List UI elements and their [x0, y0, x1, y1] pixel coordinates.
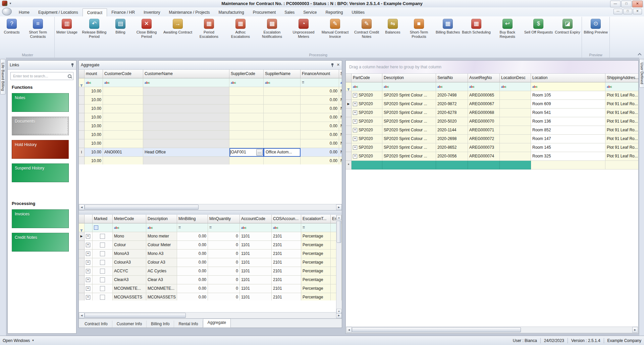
grid-cell[interactable]: 10.00 [85, 122, 103, 131]
column-header-location[interactable]: Location [531, 74, 605, 82]
search-icon[interactable] [68, 74, 71, 78]
scrollbar-thumb[interactable] [85, 205, 199, 210]
table-row[interactable]: +SP2020SP2020 Sprint Colour ...2020-2698… [346, 135, 638, 143]
grid-cell[interactable] [229, 105, 264, 113]
scroll-right-icon[interactable]: ▶ [632, 327, 638, 333]
column-header-mount[interactable]: mount [85, 70, 103, 78]
grid-cell[interactable]: 10.00 [85, 96, 103, 105]
expand-icon[interactable]: + [353, 111, 357, 115]
expand-icon[interactable]: + [86, 243, 90, 247]
filter-cell-locationdesc[interactable]: abc [500, 82, 531, 91]
sidebar-button-credit-notes[interactable]: Credit Notes [12, 233, 69, 252]
table-row[interactable]: 10.000.00N [79, 113, 342, 122]
grid-cell[interactable] [500, 152, 531, 161]
grid-cell[interactable]: AREG000067 [468, 100, 500, 109]
grid-cell[interactable] [382, 161, 436, 169]
table-row[interactable]: I10.00ANO0001Head OfficeOAF001…Office Au… [79, 148, 342, 157]
filter-cell-customercode[interactable]: abc [103, 78, 143, 87]
ribbon-button-balances[interactable]: ⇋Balances [382, 17, 403, 35]
grid-cell[interactable]: N [339, 148, 342, 157]
table-row[interactable]: +ClearA3Clear A30.00011012101Percentage [79, 276, 342, 284]
grid-cell[interactable]: 0.00 [177, 293, 208, 300]
grid-cell[interactable]: 2020-8652 [436, 143, 468, 152]
grid-cell[interactable]: ANO0001 [103, 148, 143, 157]
grid-cell[interactable]: +SP2020 [352, 91, 382, 100]
grid-cell[interactable]: N [339, 105, 342, 113]
table-row[interactable]: +MCONASSETSMCONASSETS0.00011012101Percen… [79, 293, 342, 300]
table-row[interactable]: ▶+SP2020SP2020 Sprint Colour ...2020-987… [346, 100, 638, 109]
tab-sales[interactable]: Sales [280, 8, 299, 16]
grid-cell[interactable]: 0 [208, 232, 240, 241]
table-row[interactable]: +ACCYCAC Cycles0.00011012101Percentage [79, 267, 342, 276]
grid-cell[interactable] [500, 126, 531, 135]
grid-cell[interactable]: N [339, 157, 342, 164]
table-row[interactable]: 10.000.00N [79, 122, 342, 131]
grid-cell[interactable]: Room 852 [531, 126, 605, 135]
grid-cell[interactable]: +SP2020 [352, 117, 382, 126]
grid-cell[interactable] [264, 105, 301, 113]
table-row[interactable]: +MCONMETE...MCONMETE...0.00011012101Perc… [79, 284, 342, 293]
expand-icon[interactable]: + [86, 252, 90, 256]
tab-finance-hr[interactable]: Finance / HR [107, 8, 139, 16]
grid-cell[interactable]: 10.00 [85, 105, 103, 113]
scroll-right-icon[interactable]: ▶ [336, 204, 342, 210]
column-header-description[interactable]: Description [382, 74, 436, 82]
grid-cell[interactable] [352, 161, 382, 169]
grid-cell[interactable] [143, 131, 229, 139]
grid-cell[interactable]: 0.00 [301, 87, 339, 96]
lookup-ellipsis-button[interactable]: … [256, 149, 263, 156]
table-row[interactable]: ▶+MonoMono meter0.00011012101Percentage [79, 232, 342, 241]
column-header-partcode[interactable]: PartCode [352, 74, 382, 82]
sidebar-button-documents[interactable]: Documents [12, 117, 69, 135]
table-row[interactable]: +ColourColour Meter0.00011012101Percenta… [79, 241, 342, 250]
checkbox[interactable] [100, 251, 105, 256]
column-header-indicator[interactable] [85, 215, 93, 223]
grid-cell[interactable] [500, 100, 531, 109]
pin-icon[interactable] [331, 63, 334, 67]
ribbon-maximize-button[interactable]: □ [623, 9, 632, 14]
grid-cell[interactable]: 0 [208, 276, 240, 284]
scroll-left-icon[interactable]: ◀ [79, 204, 85, 210]
grid-cell[interactable]: 0 [208, 267, 240, 276]
maximize-button[interactable]: □ [621, 1, 632, 7]
grid-cell[interactable]: SP2020 Sprint Colour ... [382, 126, 436, 135]
equipment-grid-hscrollbar[interactable]: ◀ ▶ [346, 327, 638, 333]
grid-cell[interactable] [500, 135, 531, 143]
grid-cell[interactable] [229, 131, 264, 139]
ribbon-button-awaiting-contract[interactable]: →Awaiting Contract [162, 17, 193, 35]
grid-cell[interactable]: 0 [208, 284, 240, 293]
grid-cell[interactable]: AREG000074 [468, 152, 500, 161]
filter-cell-description[interactable]: abc [382, 82, 436, 91]
grid-cell[interactable]: 2020-7498 [436, 91, 468, 100]
grid-cell[interactable] [103, 139, 143, 148]
grid-cell[interactable]: AC Cycles [146, 267, 177, 276]
sidebar-button-hold-history[interactable]: Hold History [12, 140, 69, 159]
table-row[interactable]: +SP2020SP2020 Sprint Colour ...2020-0056… [346, 152, 638, 161]
filter-cell-marked[interactable] [93, 223, 113, 232]
grid-cell[interactable]: + [85, 232, 93, 241]
column-header-marked[interactable]: Marked [93, 215, 113, 223]
grid-cell[interactable] [143, 87, 229, 96]
grid-cell[interactable] [500, 117, 531, 126]
ribbon-minimize-button[interactable]: — [613, 9, 623, 14]
tab-contract[interactable]: Contract [83, 8, 107, 16]
grid-cell[interactable] [229, 113, 264, 122]
grid-cell[interactable]: 1101 [240, 276, 272, 284]
filter-cell-mount[interactable]: abc [85, 78, 103, 87]
ribbon-button-unprocessed-meters[interactable]: ◔Unprocessed Meters [288, 17, 319, 40]
ribbon-button-adhoc-escalations[interactable]: ▦Adhoc Escalations [225, 17, 256, 40]
grid-cell[interactable]: N [339, 131, 342, 139]
grid-cell[interactable]: Head Office [143, 148, 229, 157]
ribbon-button-billing-preview[interactable]: ⊙Billing Preview [583, 17, 609, 35]
column-header-cosaccoun[interactable]: COSAccoun... [272, 215, 301, 223]
minimize-button[interactable]: — [610, 1, 621, 7]
grid-cell[interactable] [93, 284, 113, 293]
grid-cell[interactable]: Mono meter [146, 232, 177, 241]
grid-cell[interactable]: + [85, 267, 93, 276]
column-header-customercode[interactable]: CustomerCode [103, 70, 143, 78]
grid-cell[interactable]: Room 325 [531, 152, 605, 161]
grid-cell[interactable]: AREG000065 [468, 91, 500, 100]
grid-cell[interactable]: 0.00 [177, 284, 208, 293]
grid-cell[interactable] [93, 258, 113, 267]
grid-cell[interactable]: AREG000073 [468, 143, 500, 152]
